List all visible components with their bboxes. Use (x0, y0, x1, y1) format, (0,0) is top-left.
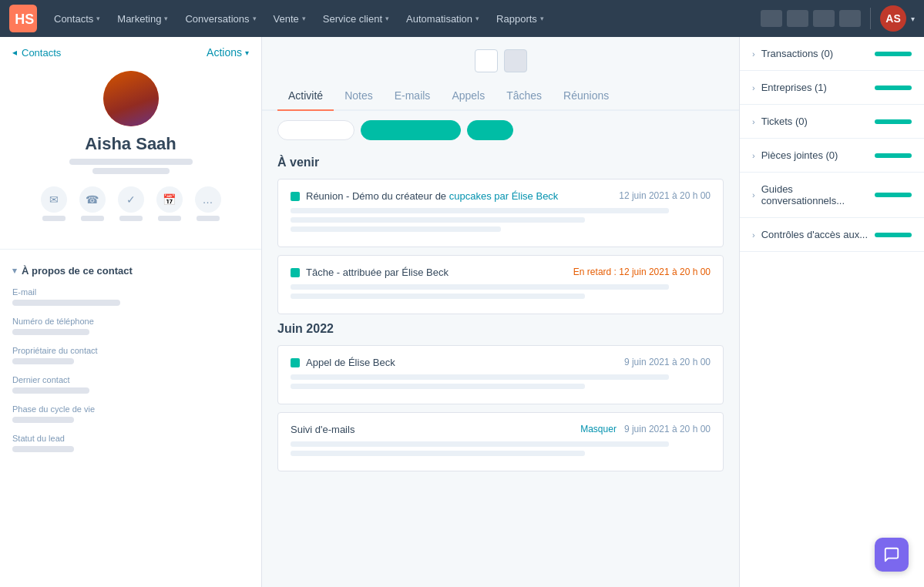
about-section: ▾ À propos de ce contact E-mail Numéro d… (0, 256, 261, 472)
nav-conversations[interactable]: Conversations ▾ (177, 8, 264, 29)
tab-reunions[interactable]: Réunions (553, 82, 620, 111)
left-sidebar: ◂ Contacts Actions ▾ Aisha Saah ✉ (0, 37, 262, 587)
about-chevron-icon: ▾ (12, 266, 17, 276)
phone-value[interactable] (12, 329, 89, 335)
card-header: Tâche - attribuée par Élise Beck En reta… (291, 267, 711, 278)
nav-contacts[interactable]: Contacts ▾ (46, 8, 108, 29)
field-lead-status: Statut du lead (12, 434, 249, 452)
placeholder-line (291, 384, 585, 389)
nav-right-controls: AS ▾ (761, 5, 915, 32)
call-icon-label (81, 216, 104, 221)
nav-items: Contacts ▾ Marketing ▾ Conversations ▾ V… (46, 8, 761, 29)
nav-help-button[interactable] (813, 10, 835, 27)
owner-value[interactable] (12, 358, 74, 364)
email-icon[interactable]: ✉ (41, 186, 67, 213)
action-call[interactable]: ☎ (79, 186, 106, 221)
meeting-icon[interactable]: 📅 (156, 186, 183, 213)
chat-button[interactable] (875, 538, 909, 572)
about-header[interactable]: ▾ À propos de ce contact (12, 265, 249, 277)
lead-status-value[interactable] (12, 446, 74, 452)
right-item-tickets[interactable]: › Tickets (0) (740, 105, 924, 139)
nav-vente[interactable]: Vente ▾ (266, 8, 314, 29)
section-a-venir: À venir (277, 156, 724, 169)
nav-rapports[interactable]: Rapports ▾ (489, 8, 552, 29)
avatar-chevron-icon[interactable]: ▾ (911, 15, 915, 23)
nav-search-button[interactable] (761, 10, 782, 27)
right-item-controles[interactable]: › Contrôles d'accès aux... (740, 218, 924, 252)
timeline-card-tache: Tâche - attribuée par Élise Beck En reta… (277, 255, 724, 314)
card-placeholder (291, 284, 711, 299)
placeholder-line (291, 441, 669, 447)
card-title-left: Appel de Élise Beck (291, 357, 624, 368)
tab-notes[interactable]: Notes (334, 82, 384, 111)
card-date-appel: 9 juin 2021 à 20 h 00 (624, 357, 711, 367)
owner-label: Propriétaire du contact (12, 346, 249, 355)
action-more[interactable]: … (195, 186, 221, 221)
right-item-guides[interactable]: › Guides conversationnels... (740, 173, 924, 218)
more-icon-label (197, 216, 220, 221)
actions-label: Actions (207, 46, 242, 59)
right-label-tickets: Tickets (0) (761, 116, 869, 127)
more-icon[interactable]: … (195, 186, 221, 213)
indicator-entreprises (875, 86, 912, 90)
field-phone: Numéro de téléphone (12, 317, 249, 335)
tab-taches[interactable]: Tâches (496, 82, 553, 111)
nav-automatisation[interactable]: Automatisation ▾ (398, 8, 487, 29)
task-icon-label (119, 216, 143, 221)
phone-icon[interactable]: ☎ (79, 186, 106, 213)
card-dot-icon (291, 358, 300, 367)
phone-label: Numéro de téléphone (12, 317, 249, 326)
card-title-suivi: Suivi d'e-mails (291, 424, 354, 435)
suivi-masquer-btn[interactable]: Masquer (580, 424, 617, 434)
card-placeholder (291, 374, 711, 389)
chevron-down-icon: ▾ (302, 15, 306, 22)
right-label-controles: Contrôles d'accès aux... (761, 229, 869, 240)
nav-service-client[interactable]: Service client ▾ (315, 8, 397, 29)
indicator-guides (875, 193, 912, 197)
last-contact-value[interactable] (12, 387, 89, 394)
breadcrumb: ◂ Contacts Actions ▾ (0, 37, 261, 65)
tab-appels[interactable]: Appels (441, 82, 496, 111)
chevron-down-icon: ▾ (253, 15, 257, 22)
nav-notifications-button[interactable] (839, 10, 861, 27)
lifecycle-value[interactable] (12, 417, 74, 423)
action-meeting[interactable]: 📅 (156, 186, 183, 221)
nav-settings-button[interactable] (787, 10, 808, 27)
timeline-card-suivi: Suivi d'e-mails Masquer 9 juin 2021 à 20… (277, 412, 724, 471)
last-contact-label: Dernier contact (12, 375, 249, 384)
hubspot-logo[interactable]: HS (9, 5, 37, 32)
back-to-contacts[interactable]: ◂ Contacts (12, 47, 61, 59)
action-email[interactable]: ✉ (41, 186, 67, 221)
contact-name: Aisha Saah (85, 134, 176, 154)
right-item-transactions[interactable]: › Transactions (0) (740, 37, 924, 71)
actions-button[interactable]: Actions ▾ (207, 46, 249, 59)
indicator-tickets (875, 119, 912, 124)
card-title-left: Tâche - attribuée par Élise Beck (291, 267, 573, 278)
placeholder-line (291, 374, 669, 380)
right-item-entreprises[interactable]: › Entreprises (1) (740, 71, 924, 105)
suivi-date-group: Masquer 9 juin 2021 à 20 h 00 (580, 424, 711, 434)
email-value[interactable] (12, 300, 120, 306)
action-task[interactable]: ✓ (118, 186, 144, 221)
card-title-reunion: Réunion - Démo du créateur de cupcakes p… (306, 190, 558, 202)
nav-marketing[interactable]: Marketing ▾ (109, 8, 176, 29)
filter-pill-2[interactable] (361, 120, 461, 140)
tab-activite[interactable]: Activité (277, 82, 334, 111)
right-item-pieces-jointes[interactable]: › Pièces jointes (0) (740, 139, 924, 173)
top-button-row (262, 37, 739, 82)
chevron-down-icon: ▾ (475, 15, 479, 22)
user-avatar[interactable]: AS (880, 5, 906, 32)
chevron-right-icon: › (752, 230, 755, 240)
chevron-right-icon: › (752, 151, 755, 160)
task-icon[interactable]: ✓ (118, 186, 144, 213)
center-content: Activité Notes E-mails Appels Tâches Réu… (262, 37, 739, 587)
tab-emails[interactable]: E-mails (384, 82, 442, 111)
view-toggle-btn-2[interactable] (504, 49, 527, 72)
filter-pill-3[interactable] (467, 120, 513, 140)
filter-pill-1[interactable] (277, 120, 354, 140)
placeholder-line (291, 284, 669, 290)
view-toggle-btn-1[interactable] (475, 49, 498, 72)
filter-bar (262, 111, 739, 149)
timeline-card-appel: Appel de Élise Beck 9 juin 2021 à 20 h 0… (277, 345, 724, 404)
section-juin-2022: Juin 2022 (277, 322, 724, 336)
